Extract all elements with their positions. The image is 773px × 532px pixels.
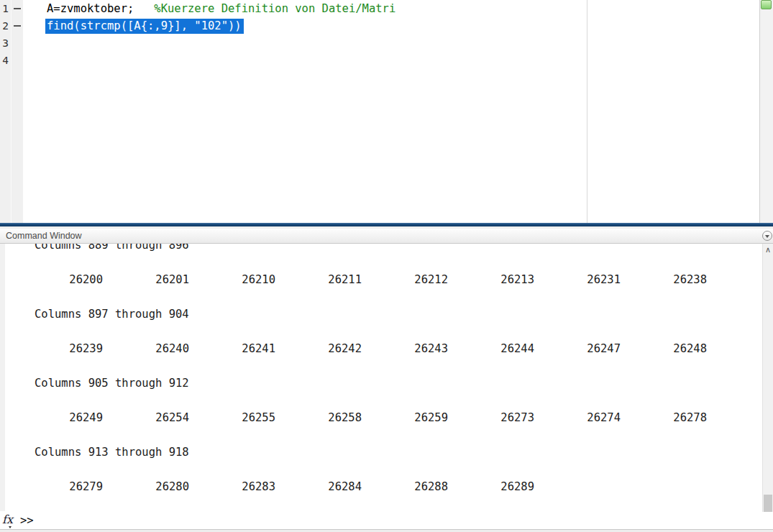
output-values-row: 2623926240262412624226243262442624726248 [5, 340, 762, 357]
breakpoint-slot[interactable] [12, 17, 23, 35]
matlab-window: 1234 A=zvmoktober; %Kuerzere Definition … [0, 0, 773, 532]
execute-marker-gutter[interactable] [12, 0, 23, 223]
command-window-title: Command Window [6, 229, 82, 243]
code-line-1[interactable]: A=zvmoktober; %Kuerzere Definition von D… [23, 0, 759, 17]
circle-caret-down-icon[interactable] [762, 231, 772, 241]
output-value: 26242 [275, 340, 362, 357]
output-value: 26213 [448, 271, 534, 288]
line-number: 3 [0, 35, 11, 52]
executable-line-dash-icon [14, 8, 21, 9]
executable-line-dash-icon [14, 25, 21, 27]
output-columns-header: Columns 913 through 918 [5, 444, 762, 461]
command-window-left-margin [0, 244, 5, 511]
output-value: 26241 [189, 340, 275, 357]
code-line-2[interactable]: find(strcmp([A{:,9}], "102")) [23, 17, 759, 35]
output-value: 26201 [103, 271, 189, 288]
output-value: 26238 [621, 271, 707, 288]
code-line-3[interactable] [23, 35, 759, 52]
scroll-up-icon[interactable]: ∧ [763, 245, 773, 255]
command-window-body[interactable]: Columns 889 through 896 2620026201262102… [0, 244, 773, 529]
output-value: 26280 [103, 478, 189, 495]
output-value: 26279 [17, 478, 103, 495]
code-area[interactable]: A=zvmoktober; %Kuerzere Definition von D… [23, 0, 759, 223]
output-value: 26210 [189, 271, 275, 288]
line-number: 4 [0, 52, 11, 69]
output-value: 26240 [103, 340, 189, 357]
line-number: 2 [0, 17, 11, 35]
output-value: 26273 [448, 409, 534, 426]
command-window-titlebar[interactable]: Command Window [0, 229, 773, 244]
output-columns-header: Columns 897 through 904 [5, 306, 762, 323]
code-text: A=zvmoktober; [47, 2, 134, 15]
selected-code[interactable]: find(strcmp([A{:,9}], "102")) [45, 19, 244, 34]
output-value: 26278 [621, 409, 707, 426]
output-values-row: 2624926254262552625826259262732627426278 [5, 409, 762, 426]
bottom-edge [0, 529, 773, 532]
scrollbar-thumb[interactable] [764, 495, 772, 512]
output-value: 26212 [362, 271, 448, 288]
code-comment: %Kuerzere Definition von Datei/Matri [134, 2, 395, 15]
output-value: 26249 [17, 409, 103, 426]
output-values-row: 262792628026283262842628826289 [5, 478, 762, 495]
output-value: 26244 [448, 340, 534, 357]
output-value: 26284 [275, 478, 362, 495]
line-number-gutter: 1234 [0, 0, 12, 223]
output-value: 26211 [275, 271, 362, 288]
output-value: 26243 [362, 340, 448, 357]
output-value: 26248 [621, 340, 707, 357]
line-number: 1 [0, 0, 11, 17]
editor-pane[interactable]: 1234 A=zvmoktober; %Kuerzere Definition … [0, 0, 773, 223]
output-header-clipped: Columns 889 through 896 [5, 244, 762, 254]
command-prompt[interactable]: >> [20, 512, 34, 529]
output-value: 26259 [362, 409, 448, 426]
column-limit-line [587, 0, 587, 223]
output-value: 26283 [189, 478, 275, 495]
vertical-scrollbar[interactable]: ∧ ∨ [762, 244, 773, 526]
code-analyzer-bar[interactable] [759, 0, 773, 223]
output-value: 26258 [275, 409, 362, 426]
output-values-row: 2620026201262102621126212262132623126238 [5, 271, 762, 288]
output-value: 26200 [17, 271, 103, 288]
fx-function-hints-button[interactable]: fx [2, 513, 17, 527]
output-value: 26231 [534, 271, 621, 288]
output-columns-header: Columns 905 through 912 [5, 375, 762, 392]
breakpoint-slot[interactable] [12, 0, 23, 17]
breakpoint-slot[interactable] [12, 35, 23, 52]
output-value: 26247 [534, 340, 621, 357]
output-value: 26254 [103, 409, 189, 426]
command-prompt-row[interactable]: fx >> [0, 512, 773, 529]
output-value: 26274 [534, 409, 621, 426]
output-value: 26255 [189, 409, 275, 426]
output-value: 26239 [17, 340, 103, 357]
breakpoint-slot[interactable] [12, 52, 23, 69]
command-window-output: Columns 889 through 896 2620026201262102… [5, 244, 762, 509]
output-value: 26289 [448, 478, 534, 495]
analyzer-ok-icon[interactable] [761, 0, 772, 9]
code-line-4[interactable] [23, 52, 759, 69]
output-value: 26288 [362, 478, 448, 495]
